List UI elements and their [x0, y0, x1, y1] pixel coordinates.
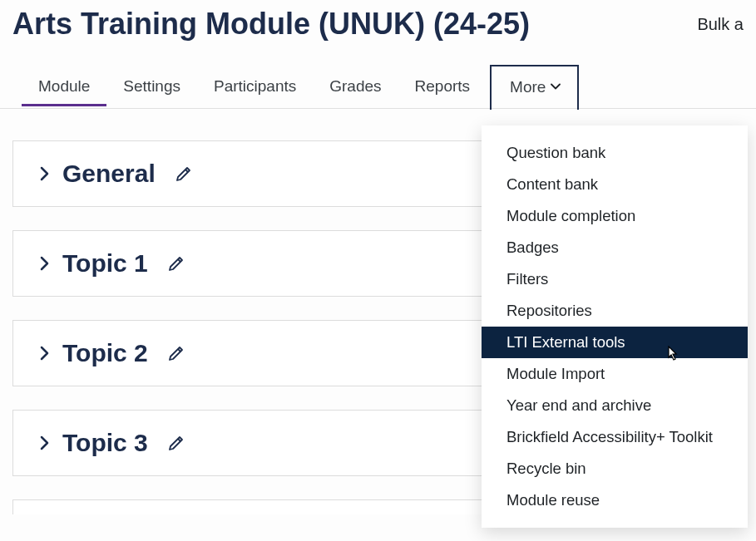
section-title[interactable]: Topic 2 — [62, 339, 148, 367]
section-toggle[interactable] — [40, 256, 49, 271]
section-title[interactable]: Topic 3 — [62, 429, 148, 457]
page-header: Arts Training Module (UNUK) (24-25) Bulk… — [0, 0, 756, 65]
dropdown-item-year-end-archive[interactable]: Year end and archive — [482, 390, 748, 421]
dropdown-item-recycle-bin[interactable]: Recycle bin — [482, 453, 748, 484]
tab-reports[interactable]: Reports — [398, 67, 487, 106]
section-toggle[interactable] — [40, 346, 49, 361]
chevron-right-icon — [40, 166, 49, 181]
dropdown-item-brickfield-accessibility[interactable]: Brickfield Accessibility+ Toolkit — [482, 421, 748, 453]
chevron-right-icon — [40, 256, 49, 271]
section-title[interactable]: Topic 1 — [62, 249, 148, 278]
dropdown-item-filters[interactable]: Filters — [482, 263, 748, 295]
chevron-down-icon — [551, 83, 559, 91]
tab-module[interactable]: Module — [22, 67, 106, 106]
dropdown-item-repositories[interactable]: Repositories — [482, 295, 748, 327]
section-toggle[interactable] — [40, 166, 49, 181]
tab-settings[interactable]: Settings — [106, 67, 197, 106]
dropdown-item-module-completion[interactable]: Module completion — [482, 200, 748, 232]
section-title[interactable]: General — [62, 160, 156, 188]
dropdown-item-module-import[interactable]: Module Import — [482, 358, 748, 390]
dropdown-item-question-bank[interactable]: Question bank — [482, 137, 748, 169]
tab-grades[interactable]: Grades — [313, 67, 398, 106]
dropdown-item-lti-external-tools[interactable]: LTI External tools — [482, 327, 748, 358]
pencil-icon[interactable] — [168, 255, 185, 272]
section-toggle[interactable] — [40, 435, 49, 450]
tab-participants[interactable]: Participants — [197, 67, 313, 106]
chevron-right-icon — [40, 435, 49, 450]
dropdown-item-badges[interactable]: Badges — [482, 232, 748, 263]
dropdown-item-content-bank[interactable]: Content bank — [482, 169, 748, 200]
pencil-icon[interactable] — [168, 435, 185, 451]
pencil-icon[interactable] — [175, 165, 192, 182]
page-title: Arts Training Module (UNUK) (24-25) — [12, 7, 530, 42]
pencil-icon[interactable] — [168, 345, 185, 361]
dropdown-item-module-reuse[interactable]: Module reuse — [482, 484, 748, 516]
tabs-container: Module Settings Participants Grades Repo… — [0, 65, 756, 109]
chevron-right-icon — [40, 346, 49, 361]
tab-more-label: More — [510, 78, 546, 96]
more-dropdown-menu: Question bank Content bank Module comple… — [482, 125, 748, 528]
bulk-actions-link[interactable]: Bulk a — [697, 15, 744, 34]
tab-more[interactable]: More — [490, 65, 579, 110]
